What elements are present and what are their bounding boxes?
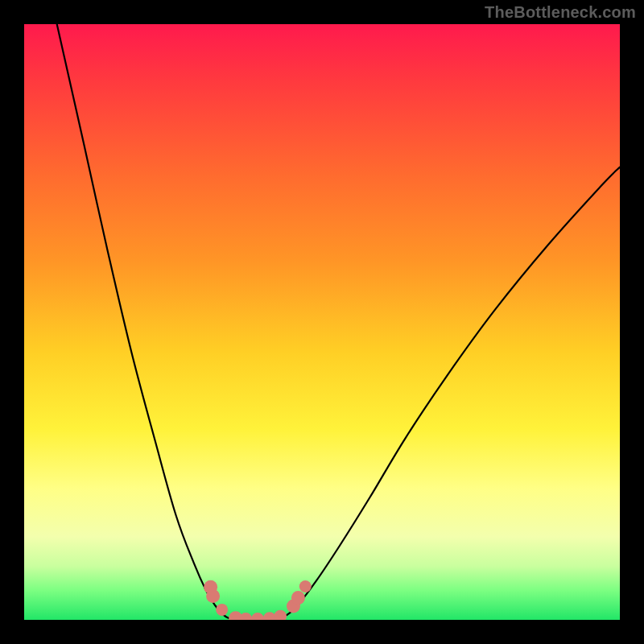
curve-marker [291,591,305,605]
plot-area [24,24,620,620]
curve-marker [206,589,220,603]
curve-marker [274,610,287,620]
bottleneck-curve [57,24,620,620]
watermark-text: TheBottleneck.com [485,3,636,22]
outer-frame: TheBottleneck.com [0,0,644,644]
curve-markers [204,580,312,620]
curve-marker [216,604,228,616]
curve-marker [251,613,264,620]
chart-svg [24,24,620,620]
curve-marker [299,580,312,592]
curve-marker [239,613,252,620]
